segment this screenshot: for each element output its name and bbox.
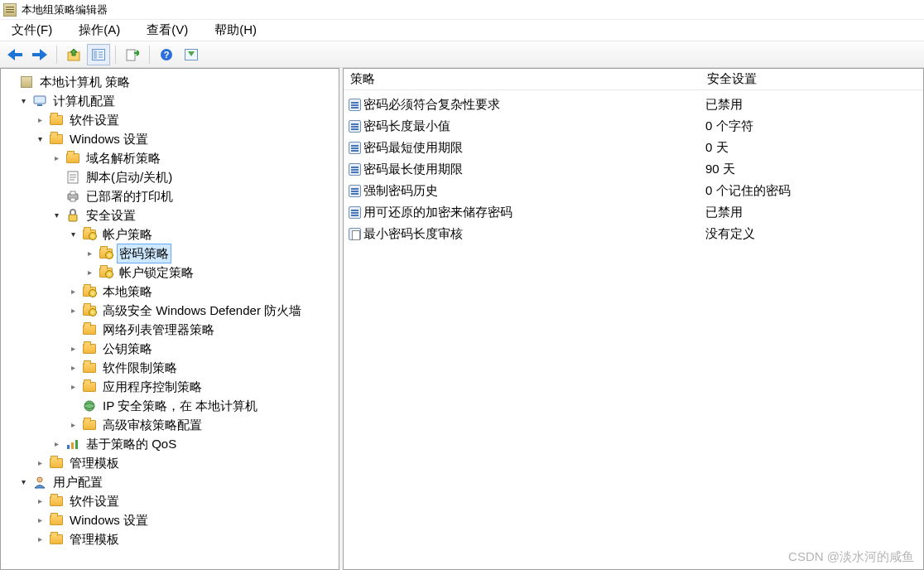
expander-icon[interactable] bbox=[67, 359, 79, 377]
toolbar-separator bbox=[115, 46, 116, 64]
tree-windows-settings[interactable]: Windows 设置 bbox=[34, 129, 339, 148]
expander-icon[interactable] bbox=[51, 435, 62, 453]
expander-icon[interactable] bbox=[67, 340, 79, 358]
tree-label: 已部署的打印机 bbox=[84, 187, 176, 205]
policy-row[interactable]: 用可还原的加密来储存密码已禁用 bbox=[345, 201, 922, 223]
computer-icon bbox=[32, 94, 47, 108]
tree-password-policy[interactable]: 密码策略 bbox=[84, 244, 339, 263]
column-setting[interactable]: 安全设置 bbox=[704, 71, 923, 87]
expander-icon[interactable] bbox=[34, 130, 46, 148]
tree-network-list[interactable]: 网络列表管理器策略 bbox=[67, 320, 339, 339]
tree-root[interactable]: 本地计算机 策略 bbox=[1, 72, 339, 91]
list-pane[interactable]: 策略 安全设置 密码必须符合复杂性要求已禁用密码长度最小值0 个字符密码最短使用… bbox=[343, 68, 924, 570]
tree-label: IP 安全策略，在 本地计算机 bbox=[100, 397, 260, 415]
tree-u-admin[interactable]: 管理模板 bbox=[34, 529, 339, 548]
policy-icon bbox=[345, 163, 363, 176]
expander-icon[interactable] bbox=[17, 473, 29, 491]
tree-local-policies[interactable]: 本地策略 bbox=[67, 282, 339, 301]
tree-software-restriction[interactable]: 软件限制策略 bbox=[67, 358, 339, 377]
tree-u-windows[interactable]: Windows 设置 bbox=[34, 510, 339, 529]
column-policy[interactable]: 策略 bbox=[344, 71, 704, 87]
forward-button[interactable] bbox=[28, 44, 51, 65]
tree-ip-security[interactable]: IP 安全策略，在 本地计算机 bbox=[67, 396, 339, 415]
list-body: 密码必须符合复杂性要求已禁用密码长度最小值0 个字符密码最短使用期限0 天密码最… bbox=[344, 90, 923, 248]
tree-dns-policy[interactable]: 域名解析策略 bbox=[51, 148, 339, 167]
policy-value: 没有定义 bbox=[705, 226, 922, 242]
toolbar: ? bbox=[0, 41, 924, 68]
tree[interactable]: 本地计算机 策略 计算机配置 软件设置 Windows 设置 域名解析策略 脚本… bbox=[1, 69, 339, 552]
script-icon bbox=[65, 171, 80, 184]
expander-icon[interactable] bbox=[67, 302, 79, 320]
policy-value: 已禁用 bbox=[705, 97, 922, 113]
folder-lock-icon bbox=[82, 285, 97, 298]
mmc-icon bbox=[19, 75, 34, 89]
policy-row[interactable]: 最小密码长度审核没有定义 bbox=[345, 223, 922, 244]
filter-button[interactable] bbox=[180, 44, 203, 65]
policy-name: 最小密码长度审核 bbox=[363, 226, 705, 242]
expander-icon[interactable] bbox=[51, 206, 62, 225]
expander-icon[interactable] bbox=[67, 378, 79, 396]
policy-name: 密码最长使用期限 bbox=[363, 162, 705, 177]
tree-computer-config[interactable]: 计算机配置 bbox=[17, 91, 339, 110]
policy-row[interactable]: 密码最短使用期限0 天 bbox=[345, 137, 922, 158]
tree-defender-firewall[interactable]: 高级安全 Windows Defender 防火墙 bbox=[67, 301, 339, 320]
menubar: 文件(F) 操作(A) 查看(V) 帮助(H) bbox=[0, 20, 924, 41]
tree-account-lockout[interactable]: 帐户锁定策略 bbox=[84, 263, 339, 282]
mmc-icon bbox=[3, 3, 17, 17]
menu-file[interactable]: 文件(F) bbox=[5, 21, 59, 40]
policy-value: 0 天 bbox=[705, 140, 922, 156]
tree-label: 软件设置 bbox=[67, 492, 122, 510]
tree-u-software[interactable]: 软件设置 bbox=[34, 491, 339, 510]
tree-software-settings[interactable]: 软件设置 bbox=[34, 110, 339, 129]
tree-policy-qos[interactable]: 基于策略的 QoS bbox=[51, 434, 339, 453]
expander-icon[interactable] bbox=[34, 511, 46, 529]
policy-row[interactable]: 密码最长使用期限90 天 bbox=[345, 158, 922, 180]
expander-icon[interactable] bbox=[84, 263, 95, 282]
expander-icon[interactable] bbox=[34, 492, 46, 510]
policy-row[interactable]: 密码长度最小值0 个字符 bbox=[345, 115, 922, 137]
tree-account-policies[interactable]: 帐户策略 bbox=[67, 225, 339, 244]
tree-label: 安全设置 bbox=[84, 206, 138, 225]
tree-label: 脚本(启动/关机) bbox=[84, 168, 175, 186]
up-button[interactable] bbox=[62, 44, 85, 65]
export-button[interactable] bbox=[121, 44, 144, 65]
view-list-button[interactable] bbox=[87, 44, 110, 65]
expander-icon[interactable] bbox=[34, 530, 46, 548]
expander-icon[interactable] bbox=[17, 92, 29, 110]
tree-label: 网络列表管理器策略 bbox=[100, 321, 217, 339]
menu-action[interactable]: 操作(A) bbox=[72, 21, 127, 40]
policy-icon bbox=[345, 206, 363, 219]
tree-scripts[interactable]: 脚本(启动/关机) bbox=[51, 167, 339, 186]
expander-icon[interactable] bbox=[34, 454, 46, 472]
titlebar: 本地组策略编辑器 bbox=[0, 0, 924, 20]
policy-value: 90 天 bbox=[705, 162, 922, 177]
tree-public-key[interactable]: 公钥策略 bbox=[67, 339, 339, 358]
expander-icon[interactable] bbox=[67, 225, 79, 244]
expander-icon[interactable] bbox=[34, 111, 46, 129]
expander-icon[interactable] bbox=[67, 416, 79, 434]
folder-icon bbox=[49, 133, 64, 146]
menu-help[interactable]: 帮助(H) bbox=[208, 21, 263, 40]
svg-rect-2 bbox=[94, 51, 97, 59]
expander-icon[interactable] bbox=[84, 244, 95, 263]
help-button[interactable]: ? bbox=[155, 44, 178, 65]
tree-user-config[interactable]: 用户配置 bbox=[17, 472, 339, 491]
back-button[interactable] bbox=[3, 44, 26, 65]
tree-pane[interactable]: 本地计算机 策略 计算机配置 软件设置 Windows 设置 域名解析策略 脚本… bbox=[0, 68, 339, 570]
policy-name: 强制密码历史 bbox=[363, 183, 705, 199]
expander-icon[interactable] bbox=[67, 283, 79, 301]
policy-name: 密码必须符合复杂性要求 bbox=[363, 97, 705, 113]
tree-advanced-audit[interactable]: 高级审核策略配置 bbox=[67, 415, 339, 434]
policy-row[interactable]: 强制密码历史0 个记住的密码 bbox=[345, 180, 922, 201]
tree-admin-templates[interactable]: 管理模板 bbox=[34, 453, 339, 472]
tree-deployed-printers[interactable]: 已部署的打印机 bbox=[51, 186, 339, 205]
tree-security-settings[interactable]: 安全设置 bbox=[51, 205, 339, 225]
tree-label: 高级安全 Windows Defender 防火墙 bbox=[100, 302, 304, 320]
tree-app-control[interactable]: 应用程序控制策略 bbox=[67, 377, 339, 396]
policy-icon bbox=[345, 228, 363, 240]
policy-row[interactable]: 密码必须符合复杂性要求已禁用 bbox=[345, 94, 922, 115]
expander-icon[interactable] bbox=[51, 149, 62, 167]
tree-label: 高级审核策略配置 bbox=[100, 416, 205, 434]
user-icon bbox=[32, 476, 47, 489]
menu-view[interactable]: 查看(V) bbox=[140, 21, 195, 40]
